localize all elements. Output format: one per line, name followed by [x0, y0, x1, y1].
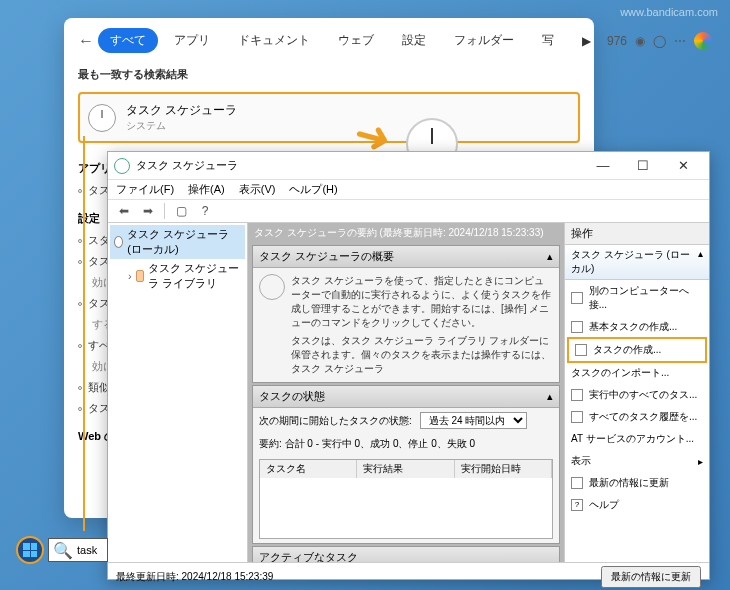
- minimize-button[interactable]: —: [583, 154, 623, 178]
- search-tabs: ← すべて アプリ ドキュメント ウェブ 設定 フォルダー 写 ▶ 976 ◉ …: [64, 18, 594, 61]
- task-icon: [571, 321, 583, 333]
- period-select[interactable]: 過去 24 時間以内: [420, 412, 527, 429]
- action-view[interactable]: 表示▸: [565, 450, 709, 472]
- actions-header: 操作: [565, 223, 709, 245]
- maximize-button[interactable]: ☐: [623, 154, 663, 178]
- search-input[interactable]: [77, 544, 103, 556]
- back-icon[interactable]: ←: [78, 30, 94, 52]
- titlebar: タスク スケジューラ — ☐ ✕: [108, 152, 709, 180]
- more-icon[interactable]: ⋯: [674, 34, 686, 48]
- action-import[interactable]: タスクのインポート...: [565, 362, 709, 384]
- tree-root-label: タスク スケジューラ (ローカル): [127, 227, 241, 257]
- actions-panel: 操作 タスク スケジューラ (ローカル)▴ 別のコンピューターへ接... 基本タ…: [564, 223, 709, 562]
- result-sub: システム: [126, 119, 237, 133]
- window-title: タスク スケジューラ: [136, 158, 583, 173]
- overview-text2: タスクは、タスク スケジューラ ライブラリ フォルダーに保管されます。個々のタス…: [291, 334, 553, 376]
- windows-icon: [23, 543, 37, 557]
- avatar-icon[interactable]: ◯: [653, 34, 666, 48]
- toolbar-button[interactable]: ▢: [171, 202, 191, 220]
- result-name: タスク スケジューラ: [126, 102, 237, 119]
- overview-text: タスク スケジューラを使って、指定したときにコンピューターで自動的に実行されるよ…: [291, 274, 553, 330]
- clock-icon: [114, 236, 123, 248]
- clock-icon: [259, 274, 285, 300]
- taskbar: 🔍: [16, 536, 108, 564]
- start-button[interactable]: [16, 536, 44, 564]
- status-header: タスクの状態▴: [253, 386, 559, 408]
- action-refresh[interactable]: 最新の情報に更新: [565, 472, 709, 494]
- task-scheduler-window: タスク スケジューラ — ☐ ✕ ファイル(F) 操作(A) 表示(V) ヘルプ…: [107, 151, 710, 580]
- tab-apps[interactable]: アプリ: [162, 28, 222, 53]
- action-running[interactable]: 実行中のすべてのタス...: [565, 384, 709, 406]
- toolbar: ⬅ ➡ ▢ ?: [108, 200, 709, 223]
- th-name[interactable]: タスク名: [260, 460, 357, 478]
- action-create-basic[interactable]: 基本タスクの作成...: [565, 316, 709, 338]
- search-icon: 🔍: [53, 541, 73, 560]
- status-text: 最終更新日時: 2024/12/18 15:23:39: [116, 570, 273, 584]
- active-header: アクティブなタスク: [253, 547, 559, 562]
- action-connect[interactable]: 別のコンピューターへ接...: [565, 280, 709, 316]
- tab-web[interactable]: ウェブ: [326, 28, 386, 53]
- center-panel: タスク スケジューラの要約 (最終更新日時: 2024/12/18 15:23:…: [248, 223, 564, 562]
- back-button[interactable]: ⬅: [114, 202, 134, 220]
- active-panel: アクティブなタスク: [252, 546, 560, 562]
- action-create-task[interactable]: タスクの作成...: [567, 337, 707, 363]
- status-panel: タスクの状態▴ 次の期間に開始したタスクの状態: 過去 24 時間以内 要約: …: [252, 385, 560, 544]
- action-help[interactable]: ?ヘルプ: [565, 494, 709, 516]
- collapse-icon[interactable]: ▴: [547, 250, 553, 263]
- status-bar: 最終更新日時: 2024/12/18 15:23:39 最新の情報に更新: [108, 562, 709, 590]
- collapse-icon[interactable]: ▴: [698, 248, 703, 276]
- menu-action[interactable]: 操作(A): [188, 182, 225, 197]
- tab-documents[interactable]: ドキュメント: [226, 28, 322, 53]
- th-start[interactable]: 実行開始日時: [455, 460, 552, 478]
- refresh-button[interactable]: 最新の情報に更新: [601, 566, 701, 588]
- overview-panel: タスク スケジューラの概要▴ タスク スケジューラを使って、指定したときにコンピ…: [252, 245, 560, 383]
- help-icon: ?: [571, 499, 583, 511]
- menu-help[interactable]: ヘルプ(H): [289, 182, 337, 197]
- list-icon: [571, 389, 583, 401]
- actions-group: タスク スケジューラ (ローカル)▴: [565, 245, 709, 280]
- copilot-icon[interactable]: [694, 32, 712, 50]
- action-history[interactable]: すべてのタスク履歴を...: [565, 406, 709, 428]
- tab-all[interactable]: すべて: [98, 28, 158, 53]
- taskbar-search[interactable]: 🔍: [48, 538, 108, 562]
- action-at-account[interactable]: AT サービスのアカウント...: [565, 428, 709, 450]
- th-result[interactable]: 実行結果: [357, 460, 454, 478]
- computer-icon: [571, 292, 583, 304]
- tab-photos[interactable]: 写: [530, 28, 566, 53]
- refresh-icon: [571, 477, 583, 489]
- rewards-icon[interactable]: ◉: [635, 34, 645, 48]
- menubar: ファイル(F) 操作(A) 表示(V) ヘルプ(H): [108, 180, 709, 200]
- tree-child-label: タスク スケジューラ ライブラリ: [148, 261, 241, 291]
- close-button[interactable]: ✕: [663, 154, 703, 178]
- tree-root[interactable]: タスク スケジューラ (ローカル): [110, 225, 245, 259]
- history-icon: [571, 411, 583, 423]
- menu-view[interactable]: 表示(V): [239, 182, 276, 197]
- help-icon[interactable]: ?: [195, 202, 215, 220]
- task-scheduler-icon: [88, 104, 116, 132]
- app-icon: [114, 158, 130, 174]
- folder-icon: [136, 270, 144, 282]
- task-table: タスク名 実行結果 実行開始日時: [259, 459, 553, 539]
- collapse-icon[interactable]: ▴: [547, 390, 553, 403]
- tab-more[interactable]: ▶: [570, 30, 603, 52]
- task-icon: [575, 344, 587, 356]
- tab-folders[interactable]: フォルダー: [442, 28, 526, 53]
- rewards-points[interactable]: 976: [607, 34, 627, 48]
- annotation-line: [83, 136, 85, 531]
- summary-text: 要約: 合計 0 - 実行中 0、成功 0、停止 0、失敗 0: [253, 433, 559, 455]
- forward-button[interactable]: ➡: [138, 202, 158, 220]
- tab-settings[interactable]: 設定: [390, 28, 438, 53]
- tree-panel: タスク スケジューラ (ローカル) › タスク スケジューラ ライブラリ: [108, 223, 248, 562]
- status-label: 次の期間に開始したタスクの状態:: [259, 414, 412, 428]
- chevron-right-icon: ▸: [698, 456, 703, 467]
- tree-child[interactable]: › タスク スケジューラ ライブラリ: [110, 259, 245, 293]
- center-header: タスク スケジューラの要約 (最終更新日時: 2024/12/18 15:23:…: [248, 223, 564, 243]
- watermark: www.bandicam.com: [620, 6, 718, 18]
- best-match-label: 最も一致する検索結果: [64, 61, 594, 88]
- overview-header: タスク スケジューラの概要▴: [253, 246, 559, 268]
- menu-file[interactable]: ファイル(F): [116, 182, 174, 197]
